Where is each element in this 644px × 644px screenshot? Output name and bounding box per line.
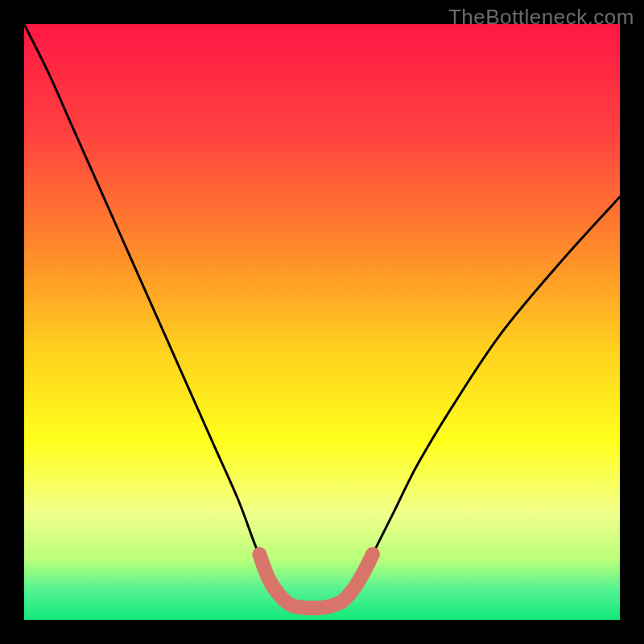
plot-area [24,24,620,620]
chart-frame: TheBottleneck.com [0,0,644,644]
chart-svg [24,24,620,620]
gradient-background [24,24,620,620]
watermark-text: TheBottleneck.com [448,5,634,30]
